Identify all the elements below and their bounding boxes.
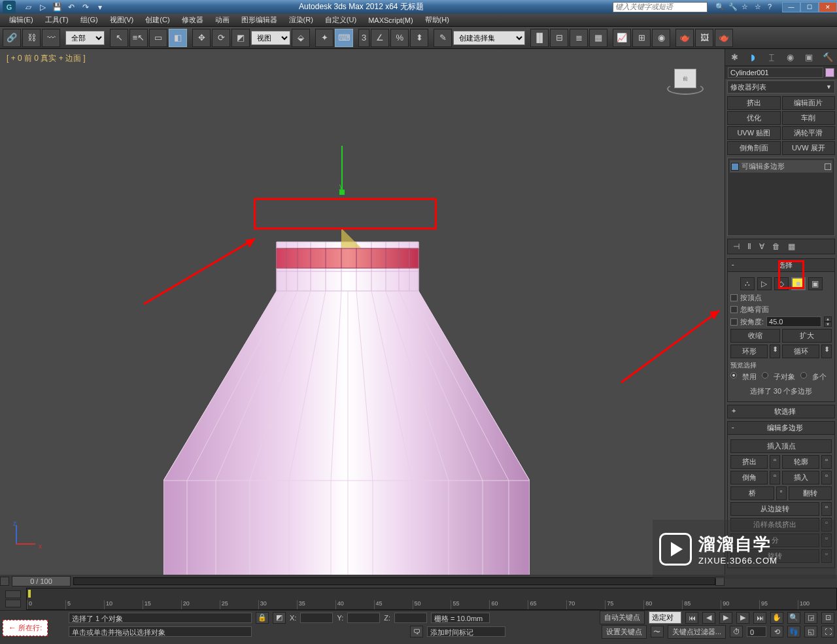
flip-button[interactable]: 翻转 [789,486,832,500]
create-tab-icon[interactable]: ✱ [727,51,742,64]
pivot-icon[interactable]: ⬙ [292,29,310,47]
edge-mode-icon[interactable]: ▷ [757,277,772,290]
time-track[interactable] [73,577,715,585]
next-frame-icon[interactable]: ▶ [736,612,749,624]
viewcube[interactable]: 前 [666,69,705,101]
nav-orbit-icon[interactable]: ⟲ [770,626,783,637]
current-frame[interactable]: 0 [747,626,766,637]
mini-curve-icon[interactable] [5,590,21,598]
add-time-tag[interactable]: 添加时间标记 [427,626,505,637]
comm-center-icon[interactable]: 🗨 [410,626,423,637]
key-filters-button[interactable]: 关键点过滤器... [668,625,726,639]
loop-spinner[interactable]: ⬍ [821,345,832,358]
play-icon[interactable]: ▶ [719,612,732,624]
ring-button[interactable]: 环形 [730,345,768,358]
goto-end-icon[interactable]: ⏭ [753,612,766,624]
mod-turbosmooth[interactable]: 涡轮平滑 [782,126,836,140]
stack-item-editpoly[interactable]: 可编辑多边形 [730,160,832,173]
curve-editor-icon[interactable]: 📈 [613,29,631,47]
binoculars-icon[interactable]: 🔍 [715,3,726,12]
key-mode-icon[interactable] [5,600,21,607]
rotate-icon[interactable]: ⟳ [212,29,230,47]
search-box[interactable] [613,2,708,12]
bevel-button[interactable]: 倒角 [730,471,768,484]
nav-pan-icon[interactable]: ✋ [770,612,783,624]
move-icon[interactable]: ✥ [192,29,211,47]
prev-frame-icon[interactable]: ◀ [702,612,715,624]
project-icon[interactable]: ▾ [94,2,106,12]
window-crossing-icon[interactable]: ◧ [169,29,187,47]
open-icon[interactable]: ▷ [37,2,48,12]
grow-button[interactable]: 扩大 [782,329,832,343]
abs-rel-icon[interactable]: ◩ [273,612,286,624]
unique-icon[interactable]: ∀ [759,242,764,251]
time-handle[interactable]: 0 / 100 [12,576,71,586]
modify-tab-icon[interactable]: ◗ [746,51,760,64]
y-field[interactable] [347,613,380,623]
minimize-button[interactable]: — [782,2,800,12]
menu-views[interactable]: 视图(V) [105,14,139,26]
menu-create[interactable]: 创建(C) [140,14,175,26]
viewport[interactable]: 前 [0,49,725,575]
menu-render[interactable]: 渲染(R) [284,14,318,26]
star2-icon[interactable]: ☆ [755,3,765,12]
keyboard-shortcut-icon[interactable]: ⌨ [335,29,353,47]
ring-spinner[interactable]: ⬍ [770,345,780,358]
render-setup-icon[interactable]: 🫖 [675,29,694,47]
close-button[interactable]: ✕ [819,2,837,12]
bind-icon[interactable]: 〰 [42,29,60,47]
modifier-list-dropdown[interactable]: 修改器列表▼ [727,80,835,93]
spinner-snap-icon[interactable]: ⬍ [410,29,428,47]
inset-button[interactable]: 插入 [782,471,819,484]
nav-walk-icon[interactable]: 👣 [787,626,800,637]
shrink-button[interactable]: 收缩 [730,329,780,343]
key-icon[interactable]: 🔧 [728,3,739,12]
edit-named-sel-icon[interactable]: ✎ [434,29,452,47]
hinge-button[interactable]: 从边旋转 [730,502,819,516]
menu-modifiers[interactable]: 修改器 [177,14,209,26]
undo-icon[interactable]: ↶ [65,2,77,12]
trackbar-ruler[interactable]: 0510152025303540455055606570758085909510… [26,588,837,610]
region-rect-icon[interactable]: ▭ [149,29,167,47]
auto-key-button[interactable]: 自动关键点 [600,611,645,624]
nav-minmax-icon[interactable]: ⛶ [821,626,834,637]
scroll-left-icon[interactable] [0,577,9,586]
mod-uvwunwrap[interactable]: UVW 展开 [782,141,836,155]
by-angle-checkbox[interactable] [730,318,738,326]
inset-settings[interactable]: ▫ [821,471,832,484]
stack-toggle-icon[interactable] [825,163,831,170]
new-icon[interactable]: ▱ [22,2,34,12]
axis-y-line[interactable] [341,146,343,192]
menu-help[interactable]: 帮助(H) [420,14,454,26]
rollout-editpoly-header[interactable]: -编辑多边形 [727,421,835,435]
outline-button[interactable]: 轮廓 [782,455,819,469]
menu-maxscript[interactable]: MAXScript(M) [363,15,418,25]
mod-lathe[interactable]: 车削 [782,111,836,125]
utilities-tab-icon[interactable]: 🔨 [821,51,835,64]
element-mode-icon[interactable]: ▣ [808,277,823,290]
time-config-icon[interactable]: ⏱ [730,626,743,637]
help-icon[interactable]: ? [768,3,778,12]
maximize-button[interactable]: ☐ [800,2,819,12]
layers-icon[interactable]: ≣ [570,29,588,47]
hinge-settings[interactable]: ▫ [821,502,832,516]
bevel-settings[interactable]: ▫ [770,471,780,484]
render-icon[interactable]: 🫖 [715,29,733,47]
menu-group[interactable]: 组(G) [75,14,103,26]
star-icon[interactable]: ☆ [742,3,752,12]
by-vertex-checkbox[interactable] [730,294,738,301]
nav-fov-icon[interactable]: ◲ [804,612,817,624]
mod-editpatch[interactable]: 编辑面片 [782,96,836,110]
named-selection-sets[interactable]: 创建选择集 [453,31,525,45]
show-end-icon[interactable]: Ⅱ [747,242,751,251]
set-key-button[interactable]: 设置关键点 [602,625,647,639]
menu-edit[interactable]: 编辑(E) [4,14,39,26]
angle-snap-icon[interactable]: ∠ [371,29,389,47]
preview-subobj-radio[interactable] [762,372,768,379]
z-field[interactable] [394,613,427,623]
stack-expand-icon[interactable] [731,163,739,171]
vertex-mode-icon[interactable]: ∴ [740,277,755,290]
menu-tools[interactable]: 工具(T) [40,14,74,26]
bridge-button[interactable]: 桥 [730,486,774,500]
outline-settings[interactable]: ▫ [821,455,832,469]
